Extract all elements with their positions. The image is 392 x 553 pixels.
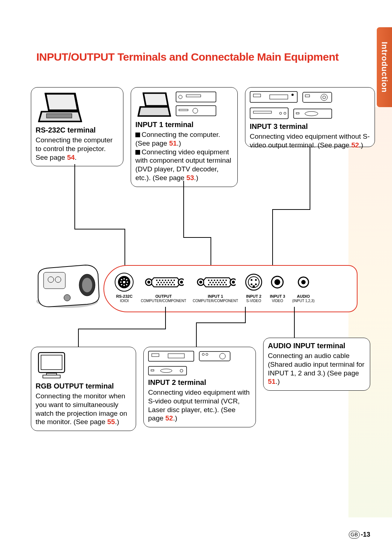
box-input1-body: Connecting the computer. (See page 51.) … (135, 130, 233, 182)
svg-rect-112 (151, 370, 154, 371)
svg-point-82 (217, 284, 218, 285)
svg-point-61 (173, 284, 175, 285)
svg-point-83 (220, 284, 221, 285)
svg-point-51 (163, 282, 165, 283)
svg-point-68 (214, 280, 215, 281)
svg-point-47 (171, 280, 172, 281)
terminal-panel: RS-232CIOIOI OUTPUTCOMPUTER/COMPONENT IN… (31, 265, 358, 332)
page-title: INPUT/OUTPUT Terminals and Connectable M… (36, 51, 339, 63)
box-audio-title: AUDIO INPUT terminal (268, 342, 366, 350)
svg-point-63 (180, 281, 183, 284)
port-audio: AUDIO(INPUT 1,2,3) (292, 272, 315, 303)
box-rs232c-title: RS-232C terminal (36, 126, 119, 134)
svg-point-59 (168, 284, 169, 285)
svg-point-36 (121, 284, 122, 285)
svg-point-16 (279, 112, 282, 114)
box-audio-body: Connecting an audio cable (Shared audio … (268, 351, 366, 386)
dvd-dtv-icon (175, 91, 219, 118)
box-input2-title: INPUT 2 terminal (148, 378, 251, 387)
connector-line (165, 307, 166, 329)
camcorder-icon (302, 91, 333, 104)
svg-point-41 (147, 281, 150, 284)
svg-rect-104 (152, 354, 159, 357)
svg-point-70 (220, 280, 221, 281)
svg-point-79 (208, 284, 209, 285)
connector-line (196, 322, 246, 323)
svg-point-31 (121, 279, 122, 280)
svg-point-113 (180, 369, 183, 372)
svg-rect-105 (168, 354, 184, 358)
box-input3: INPUT 3 terminal Connecting video equipm… (245, 87, 375, 147)
tuner-icon (250, 107, 290, 120)
box-input2: INPUT 2 terminal Connecting video equipm… (143, 347, 256, 427)
svg-rect-8 (253, 94, 261, 97)
svg-point-80 (211, 284, 212, 285)
camcorder-icon (199, 351, 232, 362)
connector-line (124, 229, 125, 268)
svg-rect-19 (294, 109, 332, 118)
svg-rect-6 (179, 109, 188, 111)
svg-point-48 (173, 280, 175, 281)
box-input3-title: INPUT 3 terminal (250, 122, 370, 131)
svg-point-111 (160, 369, 172, 373)
svg-point-67 (211, 280, 212, 281)
section-tab: Introduction (377, 27, 392, 107)
connector-line (183, 237, 211, 238)
svg-point-45 (165, 280, 166, 281)
connector-line (74, 164, 75, 229)
svg-point-32 (123, 278, 125, 280)
svg-point-71 (222, 280, 224, 281)
svg-point-74 (212, 282, 214, 283)
vcr-icon (250, 91, 299, 104)
svg-point-55 (156, 284, 158, 285)
connector-line (294, 307, 295, 338)
box-input1-title: INPUT 1 terminal (135, 121, 233, 129)
svg-point-93 (255, 284, 257, 285)
svg-point-33 (126, 279, 127, 280)
box-rs232c: RS-232C terminal Connecting the computer… (31, 87, 123, 166)
svg-point-91 (255, 279, 257, 281)
svg-point-84 (222, 284, 224, 285)
svg-point-49 (158, 282, 159, 283)
svg-point-108 (202, 353, 204, 355)
svg-point-98 (301, 280, 306, 284)
box-rs232c-body: Connecting the computer to control the p… (36, 136, 119, 162)
svg-point-78 (224, 282, 225, 283)
svg-point-56 (159, 284, 160, 285)
svg-point-35 (127, 281, 128, 283)
svg-point-53 (169, 282, 171, 283)
diagram-content: RS-232C terminal Connecting the computer… (31, 87, 358, 468)
svg-point-17 (284, 112, 286, 114)
box-input2-body: Connecting video equipment with S-video … (148, 388, 251, 423)
svg-point-107 (220, 353, 225, 359)
laserdisc-icon (148, 366, 188, 376)
connector-line (183, 181, 184, 237)
svg-point-60 (171, 284, 172, 285)
svg-point-90 (251, 279, 253, 281)
connector-line (272, 209, 273, 268)
svg-point-85 (225, 284, 227, 285)
connector-line (196, 322, 197, 347)
connector-line (272, 209, 310, 210)
svg-rect-0 (46, 114, 72, 118)
svg-point-13 (323, 96, 326, 99)
svg-point-81 (214, 284, 215, 285)
box-rgb-body: Connecting the monitor when you want to … (36, 392, 131, 426)
svg-point-109 (206, 353, 208, 355)
svg-point-57 (162, 284, 163, 285)
laserdisc-icon (293, 109, 333, 119)
box-rgb-title: RGB OUTPUT terminal (36, 382, 131, 390)
connector-line (310, 147, 310, 209)
svg-point-66 (208, 280, 209, 281)
connector-line (74, 229, 124, 229)
vcr-icon (148, 351, 195, 362)
svg-point-54 (172, 282, 173, 283)
svg-point-77 (221, 282, 222, 283)
svg-point-20 (305, 111, 318, 116)
svg-point-10 (291, 94, 294, 96)
svg-rect-18 (253, 111, 271, 113)
connector-line (78, 329, 166, 329)
port-input3: INPUT 3VIDEO (269, 272, 286, 303)
svg-rect-21 (296, 113, 299, 114)
box-input3-body: Connecting video equipment without S-vid… (250, 132, 370, 150)
